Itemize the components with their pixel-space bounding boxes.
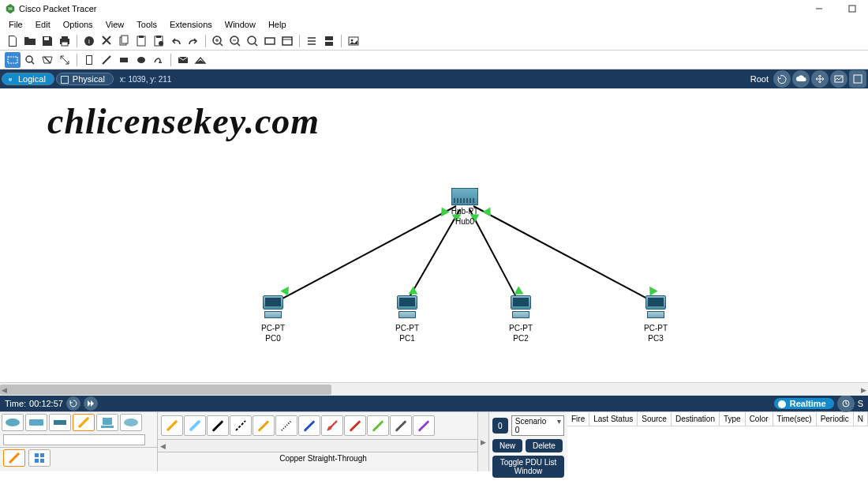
menu-file[interactable]: File	[3, 19, 28, 30]
physical-tab[interactable]: Physical	[56, 73, 114, 85]
window-icon[interactable]	[279, 33, 295, 49]
link-hub-pc0[interactable]	[269, 205, 457, 306]
category-connections-icon[interactable]	[73, 414, 95, 431]
wizard-icon[interactable]: i	[81, 33, 97, 49]
workspace-canvas[interactable]: chlicensekey.com Hub-PT Hub0 PC-PT PC0 P…	[0, 88, 868, 382]
undo-icon[interactable]	[168, 33, 184, 49]
menu-tools[interactable]: Tools	[131, 19, 163, 30]
connections-scrollbar[interactable]: ◀ ▶	[158, 439, 488, 452]
menu-extensions[interactable]: Extensions	[164, 19, 218, 30]
copy-icon[interactable]	[116, 33, 132, 49]
note-tool-icon[interactable]	[81, 52, 97, 68]
category-enddevices-icon[interactable]	[96, 414, 118, 431]
pdu-col-num[interactable]: N	[854, 412, 868, 426]
pdu-col-last-status[interactable]: Last Status	[589, 412, 638, 426]
open-folder-icon[interactable]	[22, 33, 38, 49]
paste-icon[interactable]	[133, 33, 149, 49]
background-icon[interactable]	[830, 70, 847, 88]
fast-forward-icon[interactable]	[84, 396, 98, 411]
subcategory-auto-icon[interactable]	[3, 449, 25, 467]
conn-serial-dce-icon[interactable]	[321, 415, 343, 436]
conn-usb-icon[interactable]	[413, 415, 435, 436]
cloud-icon[interactable]	[792, 70, 810, 88]
device-hub[interactable]: Hub-PT Hub0	[445, 188, 485, 226]
panel-drag-handle[interactable]: ▶	[477, 412, 488, 471]
zoom-reset-icon[interactable]	[245, 33, 260, 49]
toggle-pdu-list-button[interactable]: Toggle PDU List Window	[492, 456, 564, 478]
maximize-button[interactable]	[841, 2, 863, 15]
freeform-tool-icon[interactable]	[151, 52, 166, 68]
device-search-input[interactable]	[3, 434, 145, 445]
category-router-icon[interactable]	[2, 414, 24, 431]
device-pc1[interactable]: PC-PT PC1	[387, 295, 427, 343]
scroll-left-icon[interactable]: ◀	[2, 386, 7, 394]
conn-console-icon[interactable]	[184, 415, 206, 436]
menu-edit[interactable]: Edit	[30, 19, 56, 30]
menu-view[interactable]: View	[100, 19, 130, 30]
subcategory-grid-icon[interactable]	[28, 449, 51, 467]
simple-pdu-icon[interactable]	[175, 52, 191, 68]
device-pc2[interactable]: PC-PT PC2	[501, 295, 541, 343]
simulation-tab-icon[interactable]	[837, 395, 855, 412]
server-icon[interactable]	[321, 33, 337, 49]
move-icon[interactable]	[811, 70, 829, 88]
paste2-icon[interactable]	[151, 33, 166, 49]
rect-icon[interactable]	[262, 33, 278, 49]
settings-icon2[interactable]	[99, 33, 114, 49]
viewport-icon[interactable]	[849, 70, 866, 88]
device-pc3[interactable]: PC-PT PC3	[636, 295, 675, 343]
device-pc0[interactable]: PC-PT PC0	[253, 295, 293, 343]
rectangle-tool-icon[interactable]	[116, 52, 132, 68]
realtime-tab[interactable]: Realtime	[774, 398, 834, 409]
category-switch-icon[interactable]	[25, 414, 47, 431]
link-hub-pc3[interactable]	[473, 205, 659, 305]
complex-pdu-icon[interactable]	[193, 52, 208, 68]
new-file-icon[interactable]	[5, 33, 21, 49]
conn-straight-icon[interactable]	[207, 415, 229, 436]
secondary-toolbar	[0, 51, 868, 69]
reset-time-icon[interactable]	[66, 396, 80, 411]
conn-phone-icon[interactable]	[275, 415, 297, 436]
logical-tab[interactable]: Logical	[2, 73, 54, 85]
image-icon[interactable]	[346, 33, 361, 49]
pdu-col-source[interactable]: Source	[638, 412, 672, 426]
delete-tool-icon[interactable]	[39, 52, 55, 68]
search-tool-icon[interactable]	[22, 52, 38, 68]
conn-iot-icon[interactable]	[390, 415, 412, 436]
delete-scenario-button[interactable]: Delete	[526, 439, 563, 452]
new-scenario-button[interactable]: New	[492, 439, 522, 452]
list-icon[interactable]	[304, 33, 320, 49]
scenario-index-icon[interactable]: 0	[492, 418, 508, 434]
pdu-col-destination[interactable]: Destination	[672, 412, 720, 426]
pdu-col-periodic[interactable]: Periodic	[817, 412, 854, 426]
redo-icon[interactable]	[185, 33, 201, 49]
menu-options[interactable]: Options	[58, 19, 99, 30]
line-tool-icon[interactable]	[99, 52, 114, 68]
menu-help[interactable]: Help	[263, 19, 292, 30]
category-hub-icon[interactable]	[49, 414, 71, 431]
conn-coax-icon[interactable]	[298, 415, 320, 436]
zoom-in-icon[interactable]	[210, 33, 226, 49]
ellipse-tool-icon[interactable]	[133, 52, 149, 68]
back-icon[interactable]	[773, 70, 791, 88]
category-wan-icon[interactable]	[120, 414, 142, 431]
select-tool-icon[interactable]	[5, 52, 21, 68]
canvas-scrollbar[interactable]: ◀ ▶	[0, 382, 868, 396]
pdu-col-type[interactable]: Type	[720, 412, 746, 426]
conn-serial-dte-icon[interactable]	[344, 415, 366, 436]
save-icon[interactable]	[39, 33, 55, 49]
conn-auto-icon[interactable]	[161, 415, 183, 436]
pdu-col-color[interactable]: Color	[746, 412, 773, 426]
scenario-select[interactable]: Scenario 0	[511, 415, 564, 436]
pdu-col-timesec[interactable]: Time(sec)	[773, 412, 817, 426]
conn-octal-icon[interactable]	[367, 415, 389, 436]
zoom-out-icon[interactable]	[227, 33, 243, 49]
pdu-col-fire[interactable]: Fire	[567, 412, 589, 426]
conn-fiber-icon[interactable]	[253, 415, 275, 436]
conn-crossover-icon[interactable]	[230, 415, 252, 436]
resize-tool-icon[interactable]	[57, 52, 73, 68]
print-icon[interactable]	[57, 33, 73, 49]
minimize-button[interactable]	[808, 2, 830, 15]
menu-window[interactable]: Window	[219, 19, 261, 30]
scroll-right-icon[interactable]: ▶	[861, 386, 866, 394]
